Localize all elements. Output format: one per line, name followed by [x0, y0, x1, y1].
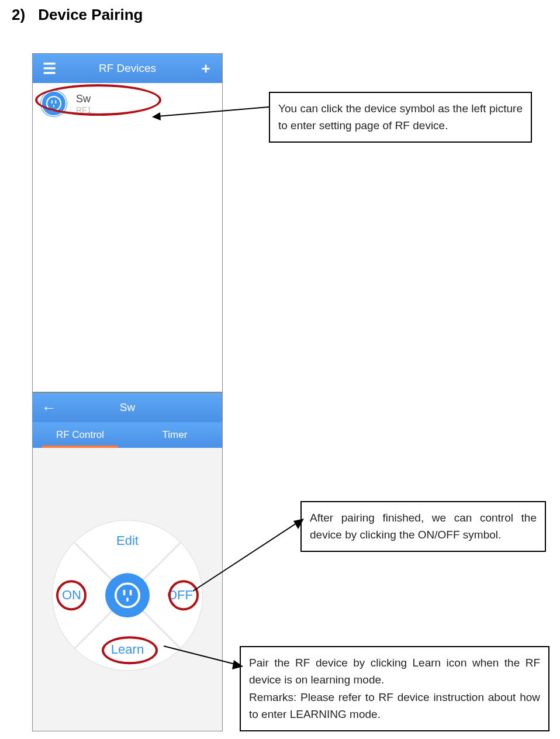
- annotation-learn: Pair the RF device by clicking Learn ico…: [240, 646, 549, 731]
- svg-point-0: [47, 96, 61, 110]
- annotation-text-1: You can click the device symbol as the l…: [278, 102, 523, 132]
- svg-rect-3: [53, 105, 54, 107]
- device-row[interactable]: Sw RF1: [33, 83, 222, 124]
- tab-rf-control-label: RF Control: [56, 429, 104, 441]
- section-heading: 2) Device Pairing: [12, 6, 548, 24]
- svg-rect-8: [130, 590, 132, 595]
- annotation-text-3a: Pair the RF device by clicking Learn ico…: [249, 654, 540, 689]
- app-bar-2: ← Sw: [33, 393, 222, 422]
- annotation-onoff: After pairing finished, we can control t…: [300, 501, 546, 552]
- annotation-device-symbol: You can click the device symbol as the l…: [269, 92, 532, 143]
- screenshot-rf-control: ← Sw RF Control Timer Edit Learn ON OFF: [32, 392, 223, 731]
- center-outlet-button[interactable]: [105, 573, 150, 617]
- tab-timer[interactable]: Timer: [127, 422, 222, 448]
- tab-timer-label: Timer: [163, 429, 188, 441]
- tabs: RF Control Timer: [33, 422, 222, 448]
- control-pad: Edit Learn ON OFF: [53, 520, 202, 670]
- control-pad-area: Edit Learn ON OFF: [33, 448, 222, 731]
- device-text: Sw RF1: [76, 93, 91, 115]
- on-button[interactable]: ON: [62, 588, 81, 603]
- back-icon[interactable]: ←: [41, 399, 57, 417]
- edit-button[interactable]: Edit: [116, 533, 139, 548]
- content-region: ☰ RF Devices + Sw RF1 You can click the …: [12, 53, 548, 731]
- off-button[interactable]: OFF: [167, 588, 193, 603]
- device-id: RF1: [76, 105, 91, 115]
- svg-rect-9: [126, 598, 129, 602]
- tab-rf-control[interactable]: RF Control: [33, 422, 127, 448]
- add-icon[interactable]: +: [198, 60, 214, 78]
- annotation-text-2: After pairing finished, we can control t…: [310, 512, 537, 541]
- screenshot-rf-devices: ☰ RF Devices + Sw RF1: [32, 53, 223, 392]
- svg-point-6: [116, 583, 139, 607]
- learn-button[interactable]: Learn: [111, 642, 144, 657]
- hamburger-icon[interactable]: ☰: [41, 60, 57, 78]
- outlet-icon[interactable]: [41, 91, 67, 116]
- svg-rect-7: [123, 590, 126, 595]
- device-name: Sw: [76, 93, 91, 105]
- svg-rect-2: [55, 101, 56, 103]
- svg-rect-1: [51, 101, 53, 103]
- appbar-title: RF Devices: [57, 62, 198, 75]
- annotation-text-3b: Remarks: Please refer to RF device instr…: [249, 689, 540, 723]
- appbar-title-2: Sw: [57, 401, 198, 414]
- app-bar: ☰ RF Devices +: [33, 54, 222, 83]
- heading-title: Device Pairing: [38, 6, 143, 23]
- heading-number: 2): [12, 6, 34, 24]
